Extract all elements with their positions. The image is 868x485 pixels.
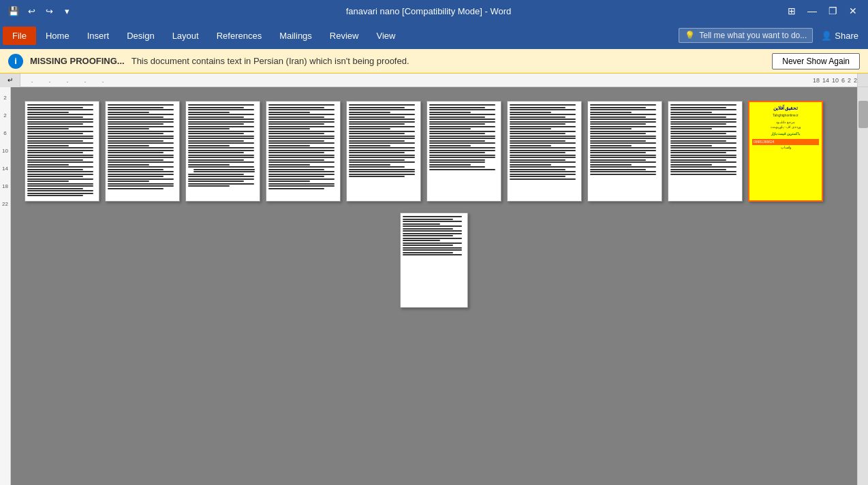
notification-title: MISSING PROOFING... — [30, 56, 125, 66]
close-button[interactable]: ✕ — [843, 1, 863, 20]
ruler-right-numbers: 18 14 10 6 2 2 — [813, 74, 857, 87]
page-1[interactable] — [25, 101, 99, 202]
pages-row-1: تحقیق آفلاین Tahghighonline.ir مرجع دانل… — [25, 101, 843, 202]
page-7[interactable] — [507, 101, 582, 202]
ad-phone: 09981366624 — [752, 139, 819, 145]
menu-file[interactable]: File — [3, 27, 36, 45]
window-controls: ⊞ — ❐ ✕ — [782, 1, 863, 20]
page-5[interactable] — [346, 101, 421, 202]
horizontal-ruler: · · · · · — [20, 74, 868, 87]
vertical-scrollbar[interactable] — [857, 87, 868, 485]
ad-line3: با کمترین قیمت بازار — [752, 131, 819, 136]
window-title: fanavari nano [Compatibility Mode] - Wor… — [75, 6, 782, 16]
ad-line1: مرجع دانلـــود — [752, 120, 819, 125]
scrollbar-thumb[interactable] — [858, 101, 868, 128]
ruler-scroll-right — [857, 74, 868, 87]
info-icon: i — [8, 54, 23, 69]
menu-design[interactable]: Design — [119, 27, 162, 45]
document-area[interactable]: تحقیق آفلاین Tahghighonline.ir مرجع دانل… — [11, 87, 857, 485]
notification-message: This document contains text in Persian (… — [131, 56, 766, 66]
title-bar-left: 💾 ↩ ↪ ▾ — [5, 3, 75, 19]
context-restore-icon[interactable]: ⊞ — [782, 1, 801, 20]
ad-title: تحقیق آفلاین — [752, 105, 819, 112]
search-placeholder-text: Tell me what you want to do... — [699, 31, 807, 40]
share-button[interactable]: 👤 Share — [814, 31, 865, 41]
ad-subtitle: Tahghighonline.ir — [752, 113, 819, 118]
page-2[interactable] — [105, 101, 180, 202]
save-icon[interactable]: 💾 — [5, 3, 22, 19]
minimize-button[interactable]: — — [803, 1, 822, 20]
pages-row-2 — [25, 213, 843, 308]
main-area: 2 2 6 10 14 18 22 — [0, 87, 868, 485]
menu-insert[interactable]: Insert — [79, 27, 118, 45]
maximize-button[interactable]: ❐ — [823, 1, 842, 20]
ad-label: واتساپ — [752, 145, 819, 150]
page-4[interactable] — [266, 101, 341, 202]
title-bar: 💾 ↩ ↪ ▾ fanavari nano [Compatibility Mod… — [0, 0, 868, 22]
notification-bar: i MISSING PROOFING... This document cont… — [0, 49, 868, 74]
menu-bar: File Home Insert Design Layout Reference… — [0, 22, 868, 49]
ruler-area: ↵ · · · · · 18 14 10 6 2 2 — [0, 74, 868, 87]
share-label: Share — [835, 31, 858, 41]
page-8[interactable] — [587, 101, 662, 202]
menu-home[interactable]: Home — [37, 27, 78, 45]
search-bar[interactable]: 💡 Tell me what you want to do... — [679, 28, 813, 43]
user-icon: 👤 — [821, 31, 832, 41]
ad-line2: ورد-دی اف - پاورپوینت — [752, 125, 819, 129]
page-10-ad[interactable]: تحقیق آفلاین Tahghighonline.ir مرجع دانل… — [748, 101, 823, 202]
ruler-numbers: · · · · · — [23, 74, 112, 87]
menu-references[interactable]: References — [208, 27, 270, 45]
never-show-again-button[interactable]: Never Show Again — [772, 53, 860, 69]
page-3[interactable] — [185, 101, 260, 202]
quick-access: 💾 ↩ ↪ ▾ — [5, 3, 75, 19]
menu-review[interactable]: Review — [322, 27, 367, 45]
menu-view[interactable]: View — [368, 27, 403, 45]
customize-icon[interactable]: ▾ — [59, 3, 75, 19]
undo-icon[interactable]: ↩ — [23, 3, 40, 19]
page-11[interactable] — [400, 213, 468, 308]
menu-layout[interactable]: Layout — [164, 27, 207, 45]
lightbulb-icon: 💡 — [685, 31, 695, 40]
vertical-ruler: 2 2 6 10 14 18 22 — [0, 87, 11, 485]
menu-mailings[interactable]: Mailings — [271, 27, 320, 45]
ruler-corner[interactable]: ↵ — [0, 74, 20, 87]
page-6[interactable] — [427, 101, 501, 202]
redo-icon[interactable]: ↪ — [41, 3, 57, 19]
page-9[interactable] — [668, 101, 743, 202]
